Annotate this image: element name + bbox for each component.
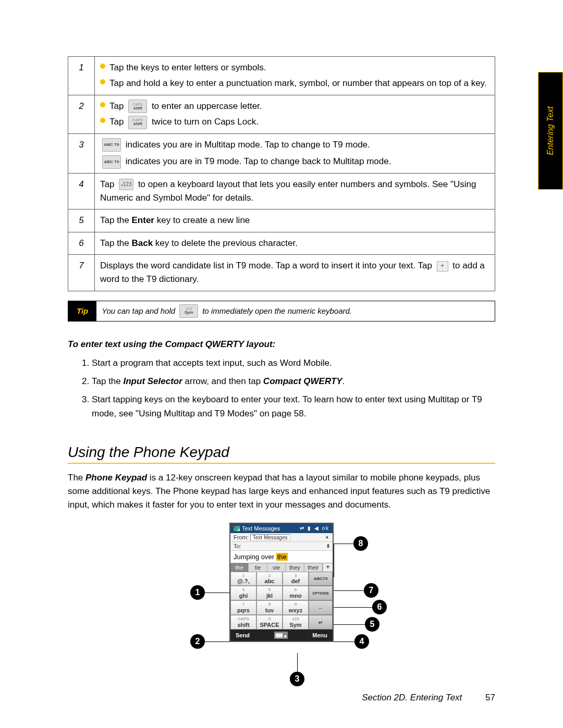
- scroll-up-icon: ▲: [325, 534, 329, 540]
- text: key to create a new line: [154, 215, 250, 225]
- sym-key-icon: 123Sym: [179, 304, 198, 318]
- sub-heading: To enter text using the Compact QWERTY l…: [68, 339, 495, 350]
- callout-line: [334, 641, 356, 642]
- text-entry-area: Jumping over the: [230, 551, 333, 563]
- text: twice to turn on Caps Lock.: [152, 117, 259, 127]
- text: indicates you are in T9 mode. Tap to cha…: [126, 156, 391, 166]
- page: Entering Text 1 Tap the keys to enter le…: [0, 0, 563, 728]
- text: The: [68, 473, 85, 483]
- callout-line: [334, 624, 366, 625]
- keypad-key: 8tuv: [256, 600, 283, 615]
- row-content: Tap the Enter key to create a new line: [95, 209, 495, 232]
- text: Start a program that accepts text input,…: [92, 358, 332, 368]
- status-icons: ⇄ ▮ ◀ ok: [300, 525, 329, 531]
- tip-text: You can tap and hold 123Sym to immediate…: [96, 301, 357, 321]
- bottom-menu: Menu: [312, 632, 327, 638]
- text: to open a keyboard layout that lets you …: [100, 179, 476, 203]
- callout-badge: 6: [372, 600, 387, 614]
- row-content: Displays the word candidate list in T9 m…: [95, 255, 495, 291]
- callout-line: [334, 544, 354, 544]
- candidate-row: the tie vie they their +: [230, 563, 333, 572]
- row-content: Tap the keys to enter letters or symbols…: [95, 57, 495, 95]
- text: key to delete the previous character.: [153, 238, 298, 248]
- phone-title: Text Messages: [242, 525, 280, 532]
- phone-keypad-grid: 1@.?, 2abc 3def ABCT9 4ghi 5jkl 6mno OPT…: [230, 572, 333, 630]
- footer-section: Section 2D. Entering Text: [362, 693, 462, 702]
- side-tab-label: Entering Text: [546, 106, 555, 155]
- candidate-word: the: [230, 563, 249, 572]
- text: Tap the: [92, 376, 124, 386]
- side-key-enter-icon: ↵: [309, 615, 333, 630]
- bullet-icon: [100, 79, 105, 84]
- callout-line: [205, 641, 230, 642]
- bullet-text: Tap the keys to enter letters or symbols…: [109, 61, 266, 75]
- side-key-backspace-icon: ←: [309, 600, 333, 615]
- steps-list: Start a program that accepts text input,…: [68, 356, 495, 421]
- callout-line: [297, 653, 298, 674]
- text: to enter an uppercase letter.: [152, 101, 262, 111]
- text: .: [342, 376, 345, 386]
- abc-t9-mode-icon: ABC T9: [102, 155, 121, 169]
- side-key-mode: ABCT9: [309, 572, 333, 586]
- key-name: Enter: [132, 215, 154, 225]
- step-item: Tap the Input Selector arrow, and then t…: [92, 374, 495, 388]
- plus-icon: +: [437, 261, 448, 272]
- callout-badge: 5: [365, 617, 380, 632]
- step-item: Start a program that accepts text input,…: [92, 356, 495, 370]
- key-name: Back: [132, 238, 153, 248]
- to-label: To:: [234, 543, 241, 549]
- page-footer: Section 2D. Entering Text 57: [362, 693, 495, 703]
- text: Tap: [100, 179, 117, 189]
- numeric-123-key-icon: ₁123: [119, 179, 133, 190]
- row-content: ABC T9 indicates you are in Multitap mod…: [95, 133, 495, 173]
- bullet-icon: [100, 64, 105, 69]
- phone-keypad-figure: Text Messages ⇄ ▮ ◀ ok From: Text Messag…: [125, 523, 438, 689]
- bullet-icon: [100, 102, 105, 107]
- keypad-key: 4ghi: [230, 586, 256, 600]
- scroll-thumb-icon: ▮: [327, 543, 329, 549]
- candidate-word: they: [286, 563, 304, 572]
- row-number: 6: [68, 232, 95, 254]
- emphasis: Input Selector: [124, 376, 182, 386]
- callout-badge: 4: [354, 634, 369, 649]
- callout-badge: 3: [290, 672, 304, 686]
- side-tab: Entering Text: [538, 72, 563, 190]
- row-number: 3: [68, 133, 95, 173]
- emphasis: Phone Keypad: [85, 473, 147, 483]
- row-content: Tap the Back key to delete the previous …: [95, 232, 495, 254]
- text-fragment: Tap CAPSshift twice to turn on Caps Lock…: [109, 115, 259, 129]
- keypad-key: 5jkl: [256, 586, 283, 600]
- bullet-icon: [100, 118, 105, 123]
- footer-page-number: 57: [485, 693, 495, 702]
- callout-badge: 1: [190, 585, 205, 600]
- text: Tap: [109, 101, 126, 111]
- start-flag-icon: [234, 526, 240, 531]
- keypad-key: 9wxyz: [283, 600, 309, 615]
- caps-shift-key-icon: CAPSshift: [128, 116, 147, 129]
- entry-text: Jumping over: [234, 553, 276, 561]
- from-value: Text Messages: [250, 534, 290, 541]
- callout-line: [334, 607, 373, 608]
- text: arrow, and then tap: [182, 376, 263, 386]
- candidate-word: tie: [249, 563, 267, 572]
- to-bar: To: ▮: [230, 542, 333, 551]
- text: Tap the: [100, 215, 132, 225]
- text: Start tapping keys on the keyboard to en…: [92, 394, 482, 418]
- text-fragment: Tap CAPSshift to enter an uppercase lett…: [109, 100, 262, 114]
- keypad-key: 3def: [283, 572, 309, 586]
- callout-line: [205, 593, 230, 593]
- keyboard-toggle-icon: ⌨ ▴: [274, 632, 288, 639]
- callout-line: [334, 544, 334, 577]
- text: You can tap and hold: [102, 306, 175, 315]
- keypad-key: 7pqrs: [230, 600, 256, 615]
- abc-t9-mode-icon: ABC T9: [102, 138, 121, 152]
- text: Tap the: [100, 238, 132, 248]
- text: Displays the word candidate list in T9 m…: [100, 261, 435, 270]
- row-content: Tap ₁123 to open a keyboard layout that …: [95, 173, 495, 209]
- candidate-plus-icon: +: [323, 563, 333, 572]
- text: indicates you are in Multitap mode. Tap …: [126, 140, 370, 150]
- section-heading: Using the Phone Keypad: [68, 444, 495, 461]
- candidate-word: vie: [267, 563, 286, 572]
- callout-badge: 8: [353, 536, 368, 551]
- keypad-key-sym: 123Sym: [283, 615, 309, 630]
